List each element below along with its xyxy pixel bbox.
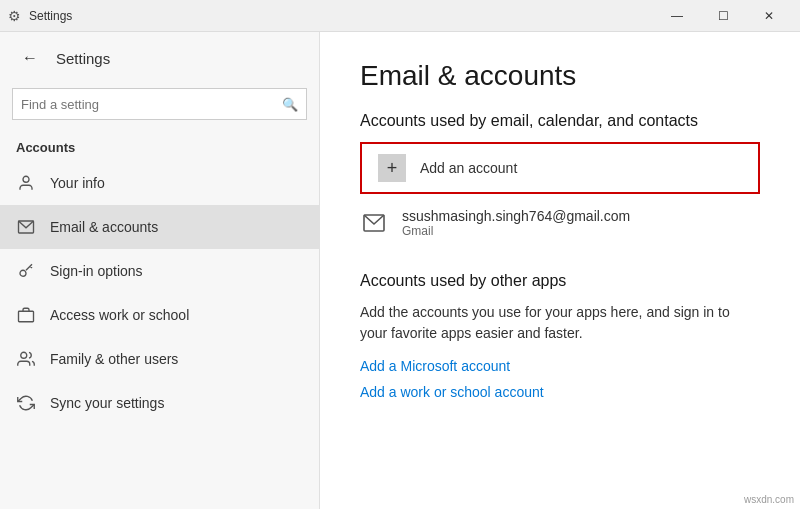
- minimize-button[interactable]: —: [654, 0, 700, 32]
- settings-icon: ⚙: [8, 8, 21, 24]
- email-info: ssushmasingh.singh764@gmail.com Gmail: [402, 208, 630, 238]
- gmail-icon: [360, 209, 388, 237]
- maximize-button[interactable]: ☐: [700, 0, 746, 32]
- people-icon: [16, 350, 36, 368]
- title-bar-left: ⚙ Settings: [8, 8, 72, 24]
- plus-icon: +: [378, 154, 406, 182]
- sidebar-item-work-school[interactable]: Access work or school: [0, 293, 319, 337]
- content-area: Email & accounts Accounts used by email,…: [320, 32, 800, 509]
- sidebar-label-sync: Sync your settings: [50, 395, 164, 411]
- svg-point-0: [23, 176, 29, 182]
- title-bar-title: Settings: [29, 9, 72, 23]
- sidebar-header: ← Settings: [0, 32, 319, 84]
- email-provider: Gmail: [402, 224, 630, 238]
- search-box[interactable]: 🔍: [12, 88, 307, 120]
- key-icon: [16, 262, 36, 280]
- sidebar-item-sync[interactable]: Sync your settings: [0, 381, 319, 425]
- close-button[interactable]: ✕: [746, 0, 792, 32]
- search-icon: 🔍: [282, 97, 298, 112]
- email-address: ssushmasingh.singh764@gmail.com: [402, 208, 630, 224]
- add-account-button[interactable]: + Add an account: [360, 142, 760, 194]
- sidebar-label-family: Family & other users: [50, 351, 178, 367]
- title-bar-controls: — ☐ ✕: [654, 0, 792, 32]
- briefcase-icon: [16, 306, 36, 324]
- add-microsoft-account-button[interactable]: Add a Microsoft account: [360, 358, 510, 374]
- other-apps-heading: Accounts used by other apps: [360, 272, 760, 290]
- app-container: ← Settings 🔍 Accounts Your info: [0, 32, 800, 509]
- sidebar-label-work-school: Access work or school: [50, 307, 189, 323]
- other-apps-description: Add the accounts you use for your apps h…: [360, 302, 760, 344]
- svg-point-2: [20, 270, 26, 276]
- email-section-heading: Accounts used by email, calendar, and co…: [360, 112, 760, 130]
- sidebar-label-sign-in: Sign-in options: [50, 263, 143, 279]
- back-button[interactable]: ←: [16, 44, 44, 72]
- person-icon: [16, 174, 36, 192]
- sidebar: ← Settings 🔍 Accounts Your info: [0, 32, 320, 509]
- sidebar-app-title: Settings: [56, 50, 110, 67]
- other-apps-section: Accounts used by other apps Add the acco…: [360, 272, 760, 400]
- svg-point-4: [21, 352, 27, 358]
- page-title: Email & accounts: [360, 60, 760, 92]
- sidebar-item-sign-in[interactable]: Sign-in options: [0, 249, 319, 293]
- email-icon: [16, 218, 36, 236]
- sidebar-label-email-accounts: Email & accounts: [50, 219, 158, 235]
- sidebar-label-your-info: Your info: [50, 175, 105, 191]
- sidebar-item-your-info[interactable]: Your info: [0, 161, 319, 205]
- email-account-item: ssushmasingh.singh764@gmail.com Gmail: [360, 198, 760, 248]
- search-input[interactable]: [21, 97, 276, 112]
- sidebar-item-email-accounts[interactable]: Email & accounts: [0, 205, 319, 249]
- add-account-label: Add an account: [420, 160, 517, 176]
- sidebar-section-title: Accounts: [0, 132, 319, 161]
- add-work-account-button[interactable]: Add a work or school account: [360, 384, 544, 400]
- sync-icon: [16, 394, 36, 412]
- title-bar: ⚙ Settings — ☐ ✕: [0, 0, 800, 32]
- sidebar-item-family[interactable]: Family & other users: [0, 337, 319, 381]
- svg-rect-3: [19, 311, 34, 322]
